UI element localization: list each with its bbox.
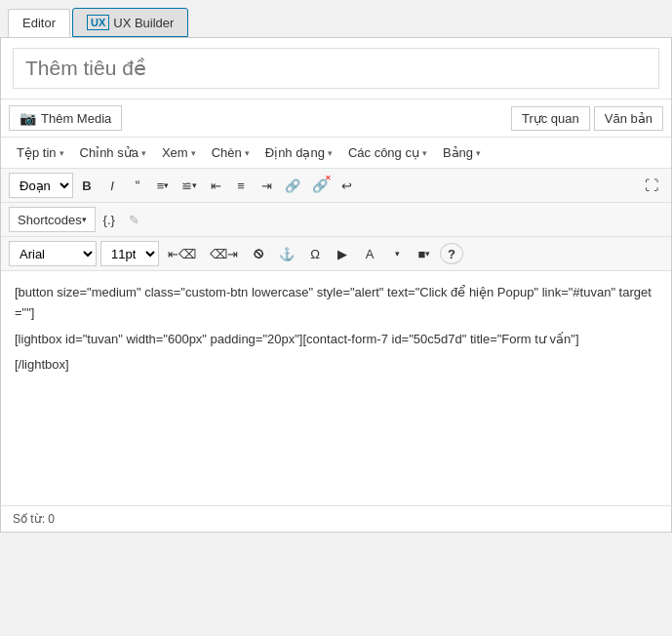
view-toggle: Trực quan Văn bản [511, 106, 663, 131]
media-icon: 📷 [20, 110, 36, 126]
richtext-toolbar-2: Shortcodes ▾ {.} ✎ [1, 203, 671, 237]
tabs-bar: Editor UX UX Builder [0, 0, 672, 37]
menu-bang[interactable]: Bảng ▾ [435, 141, 489, 164]
bang-arrow-icon: ▾ [476, 148, 481, 158]
tab-ux-builder[interactable]: UX UX Builder [72, 8, 188, 37]
font-color-arrow[interactable]: ▾ [385, 241, 409, 266]
media-embed-button[interactable]: ▶ [331, 241, 354, 266]
menu-tools-label: Các công cụ [348, 145, 419, 160]
menu-xem-label: Xem [162, 145, 188, 160]
link-button[interactable]: 🔗 [280, 173, 305, 198]
editor-container: Editor UX UX Builder 📷 Thêm Media Trực q… [0, 0, 672, 636]
tab-ux-builder-label: UX Builder [113, 16, 174, 30]
menu-teptin-label: Tệp tin [17, 145, 57, 160]
shortcodes-label: Shortcodes [18, 213, 82, 227]
editor-main: 📷 Thêm Media Trực quan Văn bản Tệp tin ▾… [0, 37, 672, 533]
menu-xem[interactable]: Xem ▾ [154, 141, 204, 164]
menu-chen-label: Chèn [212, 145, 242, 160]
ux-icon: UX [87, 15, 109, 30]
curly-brace-button[interactable]: {.} [98, 207, 121, 232]
menu-dinhdag-label: Định dạng [265, 145, 325, 160]
font-size-select[interactable]: 11pt [100, 241, 159, 266]
add-media-button[interactable]: 📷 Thêm Media [9, 105, 122, 131]
editor-content[interactable]: [button size="medium" class="custom-btn … [1, 271, 671, 505]
format-clear-button[interactable]: 🛇 [247, 241, 270, 266]
font-color-button[interactable]: A [358, 241, 381, 266]
indent-decrease-button[interactable]: ⇤⌫ [163, 241, 201, 266]
italic-button[interactable]: I [100, 173, 124, 198]
list-ol-button[interactable]: ≌▾ [177, 173, 202, 198]
text-view-button[interactable]: Văn bản [594, 106, 663, 131]
teptin-arrow-icon: ▾ [59, 148, 64, 158]
add-media-label: Thêm Media [41, 111, 111, 126]
tab-editor[interactable]: Editor [8, 9, 70, 37]
content-line-2: [lightbox id="tuvan" width="600px" paddi… [15, 330, 657, 350]
indent-increase-button[interactable]: ⌫⇥ [205, 241, 243, 266]
blockquote-button[interactable]: “ [126, 173, 149, 198]
title-input[interactable] [13, 48, 659, 89]
bold-button[interactable]: B [75, 173, 99, 198]
shortcodes-arrow-icon: ▾ [82, 215, 87, 224]
align-left-button[interactable]: ⇤ [204, 173, 227, 198]
xem-arrow-icon: ▾ [191, 148, 196, 158]
richtext-toolbar-3: Arial 11pt ⇤⌫ ⌫⇥ 🛇 ⚓ Ω ▶ A ▾ ■▾ ? [1, 237, 671, 271]
word-count-bar: Số từ: 0 [1, 505, 671, 532]
font-family-select[interactable]: Arial [9, 241, 97, 266]
tools-arrow-icon: ▾ [422, 148, 427, 158]
unlink-button[interactable]: 🔗✕ [307, 173, 333, 198]
help-button[interactable]: ? [440, 243, 463, 264]
menu-dinhdag[interactable]: Định dạng ▾ [257, 141, 340, 164]
align-center-button[interactable]: ≡ [229, 173, 253, 198]
chinhsua-arrow-icon: ▾ [141, 148, 146, 158]
menu-tools[interactable]: Các công cụ ▾ [340, 141, 435, 164]
dinhdag-arrow-icon: ▾ [328, 148, 333, 158]
richtext-toolbar-1: Đoạn B I “ ≡▾ ≌▾ ⇤ ≡ ⇥ 🔗 🔗✕ ↩ ⛶ [1, 169, 671, 203]
title-bar [1, 38, 671, 99]
undo-button[interactable]: ↩ [335, 173, 358, 198]
table-button[interactable]: ■▾ [413, 241, 436, 266]
align-right-button[interactable]: ⇥ [255, 173, 278, 198]
visual-view-button[interactable]: Trực quan [511, 106, 590, 131]
edit-shortcode-button[interactable]: ✎ [123, 207, 146, 232]
paragraph-select[interactable]: Đoạn [9, 173, 73, 198]
fullscreen-button[interactable]: ⛶ [640, 173, 663, 198]
special-char-button[interactable]: Ω [303, 241, 327, 266]
menu-chinhsua[interactable]: Chỉnh sửa ▾ [72, 141, 154, 164]
menu-teptin[interactable]: Tệp tin ▾ [9, 141, 72, 164]
menu-bang-label: Bảng [443, 145, 473, 160]
menu-chinhsua-label: Chỉnh sửa [80, 145, 138, 160]
chen-arrow-icon: ▾ [245, 148, 250, 158]
media-toolbar-row: 📷 Thêm Media Trực quan Văn bản [1, 99, 671, 138]
content-line-3: [/lightbox] [15, 355, 657, 376]
shortcodes-button[interactable]: Shortcodes ▾ [9, 207, 96, 232]
list-ul-button[interactable]: ≡▾ [151, 173, 175, 198]
anchor-button[interactable]: ⚓ [274, 241, 299, 266]
menu-chen[interactable]: Chèn ▾ [204, 141, 257, 164]
menu-bar: Tệp tin ▾ Chỉnh sửa ▾ Xem ▾ Chèn ▾ Định … [1, 138, 671, 169]
word-count-label: Số từ: 0 [13, 512, 55, 526]
content-line-1: [button size="medium" class="custom-btn … [15, 283, 657, 324]
